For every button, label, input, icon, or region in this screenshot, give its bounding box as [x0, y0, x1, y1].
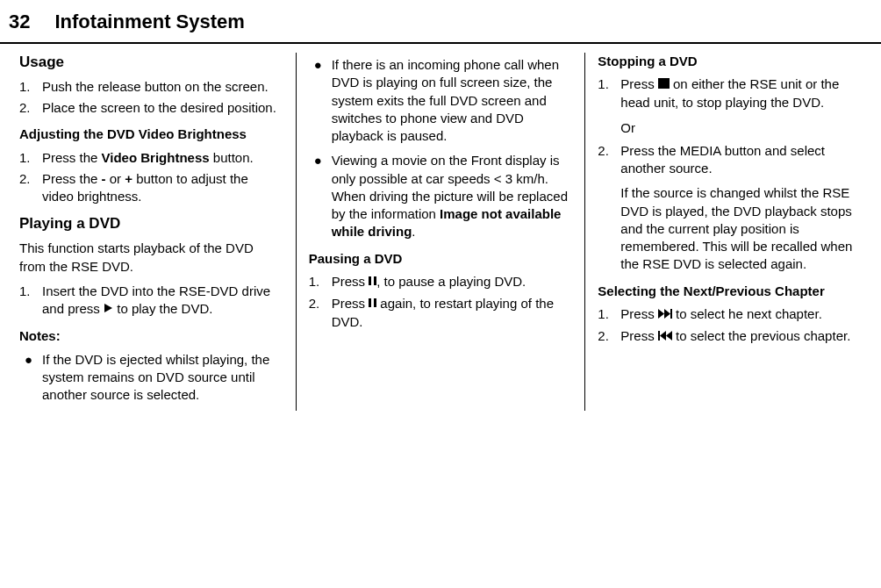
- brightness-heading: Adjusting the DVD Video Brightness: [19, 125, 283, 143]
- chapter-heading: Selecting the Next/Previous Chapter: [598, 283, 862, 300]
- page-title: Infotainment System: [54, 11, 244, 33]
- next-track-icon: [658, 305, 672, 323]
- list-item: 1. Press the Video Brightness button.: [19, 149, 283, 167]
- pausing-list: 1. Press , to pause a playing DVD. 2. Pr…: [309, 273, 573, 332]
- list-item: 2. Press again, to restart playing of th…: [309, 295, 573, 331]
- list-text: If the DVD is ejected whilst playing, th…: [42, 351, 283, 405]
- column-1: Usage 1. Push the release button on the …: [7, 53, 296, 411]
- list-text: Viewing a movie on the Front display is …: [332, 152, 573, 240]
- stopping-list: 1. Press on either the RSE unit or the h…: [598, 75, 862, 111]
- list-item: 2. Press to select the previous chapter.: [598, 327, 862, 346]
- list-item: 2. Place the screen to the desired posit…: [19, 99, 283, 117]
- usage-heading: Usage: [19, 53, 283, 73]
- notes-list: ● If the DVD is ejected whilst playing, …: [19, 351, 283, 405]
- svg-rect-4: [374, 298, 376, 307]
- list-item: ● If there is an incoming phone call whe…: [309, 56, 573, 145]
- t: , to pause a playing DVD.: [376, 274, 526, 289]
- svg-marker-11: [666, 331, 672, 341]
- list-text: Press to select he next chapter.: [620, 305, 821, 324]
- list-text: Press the - or + button to adjust the vi…: [42, 170, 283, 206]
- svg-rect-9: [658, 331, 660, 341]
- t: Press: [620, 76, 658, 91]
- svg-marker-0: [104, 304, 112, 312]
- svg-marker-7: [664, 309, 670, 319]
- t: Press: [332, 274, 369, 289]
- page-header: 32 Infotainment System: [0, 0, 881, 44]
- notes-heading: Notes:: [19, 327, 283, 345]
- t: .: [412, 224, 415, 239]
- t: to play the DVD.: [113, 301, 212, 316]
- svg-rect-5: [658, 78, 670, 89]
- num-label: 1.: [19, 149, 42, 167]
- column-3: Stopping a DVD 1. Press on either the RS…: [584, 53, 874, 411]
- num-label: 1.: [19, 78, 42, 96]
- num-label: 1.: [309, 273, 332, 291]
- num-label: 1.: [19, 283, 42, 319]
- t: Press: [332, 296, 369, 311]
- stopping-list-2: 2. Press the MEDIA button and select ano…: [598, 142, 862, 178]
- list-item: ● Viewing a movie on the Front display i…: [309, 152, 573, 240]
- list-text: Press on either the RSE unit or the head…: [620, 75, 862, 111]
- brightness-list: 1. Press the Video Brightness button. 2.…: [19, 149, 283, 206]
- usage-list: 1. Push the release button on the screen…: [19, 78, 283, 118]
- stopping-heading: Stopping a DVD: [598, 53, 862, 70]
- list-text: Press , to pause a playing DVD.: [332, 273, 526, 291]
- list-item: 1. Press on either the RSE unit or the h…: [598, 75, 862, 111]
- list-text: Press to select the previous chapter.: [620, 327, 850, 346]
- list-text: Press again, to restart playing of the D…: [332, 295, 573, 331]
- t: Press the: [42, 171, 102, 186]
- bullet-icon: ●: [309, 152, 332, 240]
- svg-rect-2: [374, 276, 376, 285]
- num-label: 2.: [309, 295, 332, 331]
- svg-marker-6: [658, 309, 664, 319]
- num-label: 1.: [598, 75, 620, 111]
- svg-rect-3: [369, 298, 371, 307]
- num-label: 2.: [598, 142, 620, 178]
- num-label: 2.: [19, 99, 42, 117]
- playing-heading: Playing a DVD: [19, 214, 283, 234]
- pause-icon: [369, 295, 376, 312]
- column-2: ● If there is an incoming phone call whe…: [296, 53, 585, 411]
- stopping-para: If the source is changed whilst the RSE …: [620, 184, 862, 273]
- t: Video Brightness: [102, 150, 210, 165]
- t: Press: [620, 306, 658, 321]
- t: Press: [620, 328, 658, 343]
- play-icon: [104, 300, 113, 318]
- num-label: 2.: [19, 170, 42, 206]
- list-item: 2. Press the - or + button to adjust the…: [19, 170, 283, 206]
- chapter-list: 1. Press to select he next chapter. 2. P…: [598, 305, 862, 346]
- content-columns: Usage 1. Push the release button on the …: [0, 44, 881, 411]
- list-text: Insert the DVD into the RSE-DVD drive an…: [42, 283, 283, 319]
- stop-icon: [658, 75, 670, 93]
- t: to select the previous chapter.: [672, 328, 850, 343]
- list-item: 1. Push the release button on the screen…: [19, 78, 283, 96]
- t: button.: [210, 150, 254, 165]
- notes-list-cont: ● If there is an incoming phone call whe…: [309, 56, 573, 241]
- list-text: Press the MEDIA button and select anothe…: [620, 142, 862, 178]
- svg-rect-8: [670, 309, 672, 319]
- playing-intro: This function starts playback of the DVD…: [19, 240, 283, 276]
- t: Press the: [42, 150, 102, 165]
- t: to select he next chapter.: [672, 306, 822, 321]
- playing-list: 1. Insert the DVD into the RSE-DVD drive…: [19, 283, 283, 319]
- prev-track-icon: [658, 327, 672, 345]
- list-item: ● If the DVD is ejected whilst playing, …: [19, 351, 283, 405]
- list-text: If there is an incoming phone call when …: [332, 56, 573, 145]
- stopping-or: Or: [620, 119, 862, 137]
- num-label: 1.: [598, 305, 620, 324]
- list-item: 2. Press the MEDIA button and select ano…: [598, 142, 862, 178]
- list-text: Push the release button on the screen.: [42, 78, 269, 96]
- pausing-heading: Pausing a DVD: [309, 250, 573, 268]
- t: or: [106, 171, 125, 186]
- svg-rect-1: [369, 276, 371, 285]
- num-label: 2.: [598, 327, 620, 346]
- list-text: Press the Video Brightness button.: [42, 149, 254, 167]
- list-text: Place the screen to the desired position…: [42, 99, 276, 117]
- bullet-icon: ●: [19, 351, 42, 405]
- list-item: 1. Insert the DVD into the RSE-DVD drive…: [19, 283, 283, 319]
- pause-icon: [369, 273, 376, 290]
- list-item: 1. Press to select he next chapter.: [598, 305, 862, 324]
- svg-marker-10: [660, 331, 666, 341]
- t: +: [125, 171, 133, 186]
- page-number: 32: [9, 11, 30, 33]
